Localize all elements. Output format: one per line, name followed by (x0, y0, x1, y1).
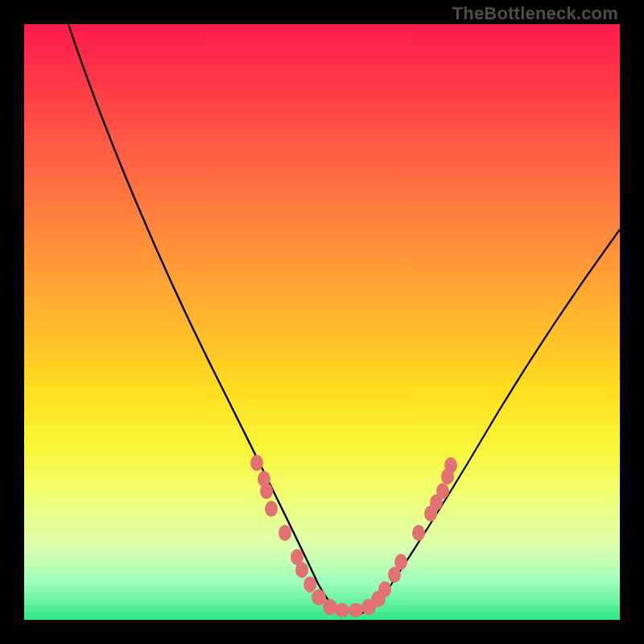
marker-dot (279, 525, 291, 541)
chart-svg (24, 24, 620, 620)
marker-dot (260, 483, 273, 499)
outer-frame: TheBottleneck.com (0, 0, 644, 644)
marker-dot (303, 576, 316, 592)
marker-dot (349, 603, 363, 617)
marker-dot (295, 562, 308, 578)
marker-group (250, 455, 457, 617)
marker-dot (436, 483, 449, 499)
right-curve (353, 229, 620, 616)
left-curve (68, 24, 346, 616)
marker-dot (265, 501, 278, 517)
marker-dot (412, 525, 425, 541)
plot-area (24, 24, 620, 620)
marker-dot (323, 599, 337, 615)
marker-dot (335, 603, 349, 617)
marker-dot (378, 581, 391, 597)
marker-dot (444, 457, 457, 473)
marker-dot (394, 554, 407, 570)
attribution-text: TheBottleneck.com (452, 3, 618, 24)
marker-dot (250, 455, 263, 471)
